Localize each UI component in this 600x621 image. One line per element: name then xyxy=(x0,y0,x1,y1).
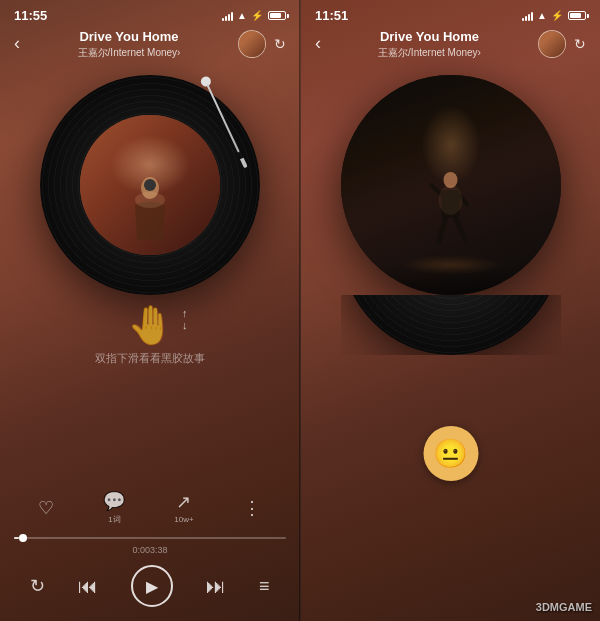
play-button[interactable]: ▶ xyxy=(131,565,173,607)
avatar-left[interactable] xyxy=(238,30,266,58)
watermark-area: 😐 xyxy=(423,426,478,481)
svg-point-8 xyxy=(438,185,462,215)
video-disc xyxy=(341,75,561,295)
battery-charging-icon: ⚡ xyxy=(251,10,263,21)
hint-text: 双指下滑看看黑胶故事 xyxy=(95,351,205,366)
comment-count: 1词 xyxy=(108,514,120,525)
controls-row: ↻ ⏮ ▶ ⏭ ≡ xyxy=(0,557,300,621)
repeat-button[interactable]: ↻ xyxy=(30,575,45,597)
next-button[interactable]: ⏭ xyxy=(206,575,226,598)
avatar-right[interactable] xyxy=(538,30,566,58)
song-artist-right: 王嘉尔/Internet Money› xyxy=(329,46,530,59)
back-button-left[interactable]: ‹ xyxy=(14,33,20,54)
watermark-emoji: 😐 xyxy=(423,426,478,481)
song-title-right: Drive You Home xyxy=(329,29,530,46)
nav-title-left: Drive You Home 王嘉尔/Internet Money› xyxy=(20,29,238,59)
video-scene xyxy=(341,75,561,295)
signal-icon-right xyxy=(522,11,533,21)
back-button-right[interactable]: ‹ xyxy=(315,33,321,54)
arrow-up-icon: ↑ xyxy=(182,307,188,319)
gesture-icon-container: 🤚 ↑ ↓ xyxy=(127,303,174,347)
svg-line-7 xyxy=(455,218,465,240)
expand-icon xyxy=(542,278,552,288)
video-bottom-bar xyxy=(341,265,561,295)
right-panel: 11:51 ▲ ⚡ ‹ Drive You Home 王嘉尔/Internet … xyxy=(300,0,600,621)
share-button[interactable]: ↗ 10w+ xyxy=(174,491,193,524)
total-time: 3:38 xyxy=(150,545,168,555)
svg-point-1 xyxy=(135,192,165,208)
wifi-icon-right: ▲ xyxy=(537,10,547,21)
refresh-button-right[interactable]: ↻ xyxy=(574,36,586,52)
action-row: ♡ 💬 1词 ↗ 10w+ ⋮ xyxy=(0,482,300,533)
panel-divider xyxy=(299,0,301,621)
nav-right-left: ↻ xyxy=(238,30,286,58)
top-nav-right: ‹ Drive You Home 王嘉尔/Internet Money› ↻ xyxy=(301,27,600,65)
status-bar-right: 11:51 ▲ ⚡ xyxy=(301,0,600,27)
song-artist-left: 王嘉尔/Internet Money› xyxy=(28,46,230,59)
progress-dot xyxy=(19,534,27,542)
battery-charging-icon-right: ⚡ xyxy=(551,10,563,21)
needle-head xyxy=(199,75,212,88)
comment-button[interactable]: 💬 1词 xyxy=(103,490,125,525)
comment-icon: 💬 xyxy=(103,490,125,512)
like-button[interactable]: ♡ xyxy=(38,497,54,519)
refresh-button-left[interactable]: ↻ xyxy=(274,36,286,52)
status-bar-left: 11:55 ▲ ⚡ xyxy=(0,0,300,27)
signal-icon xyxy=(222,11,233,21)
progress-bar[interactable] xyxy=(14,537,286,539)
needle-tip xyxy=(240,158,248,169)
vinyl-rings-right xyxy=(341,295,561,355)
nav-right-right: ↻ xyxy=(538,30,586,58)
battery-icon-right xyxy=(568,11,586,20)
vinyl-container xyxy=(40,75,260,295)
left-panel: 11:55 ▲ ⚡ ‹ Drive You Home 王嘉尔/Internet … xyxy=(0,0,300,621)
hand-gesture-icon: 🤚 xyxy=(127,303,174,347)
more-button[interactable]: ⋮ xyxy=(243,497,262,519)
time-right: 11:51 xyxy=(315,8,348,23)
video-circle xyxy=(341,75,561,295)
arrow-down-icon: ↓ xyxy=(182,319,188,331)
status-icons-right: ▲ ⚡ xyxy=(522,10,586,21)
time-left: 11:55 xyxy=(14,8,47,23)
share-count: 10w+ xyxy=(174,515,193,524)
gesture-arrows: ↑ ↓ xyxy=(182,307,188,331)
song-title-left: Drive You Home xyxy=(28,29,230,46)
performer-figure xyxy=(423,170,478,260)
vinyl-bottom-peek xyxy=(341,295,561,355)
site-watermark: 3DMGAME xyxy=(536,601,592,613)
prev-button[interactable]: ⏮ xyxy=(78,575,98,598)
time-row: 0:00 3:38 xyxy=(118,543,181,557)
needle-arm xyxy=(206,84,240,153)
top-nav-left: ‹ Drive You Home 王嘉尔/Internet Money› ↻ xyxy=(0,27,300,65)
expand-button[interactable] xyxy=(539,275,555,291)
gesture-hint-area: 🤚 ↑ ↓ 双指下滑看看黑胶故事 xyxy=(95,303,205,366)
wifi-icon: ▲ xyxy=(237,10,247,21)
vinyl-disc-right-peek xyxy=(341,295,561,355)
play-icon: ▶ xyxy=(146,577,158,596)
battery-icon xyxy=(268,11,286,20)
vinyl-center xyxy=(144,179,156,191)
share-icon: ↗ xyxy=(176,491,191,513)
playlist-button[interactable]: ≡ xyxy=(259,576,270,597)
progress-container[interactable] xyxy=(0,533,300,543)
status-icons-left: ▲ ⚡ xyxy=(222,10,286,21)
svg-line-6 xyxy=(438,218,445,242)
nav-title-right: Drive You Home 王嘉尔/Internet Money› xyxy=(321,29,538,59)
current-time: 0:00 xyxy=(132,545,150,555)
